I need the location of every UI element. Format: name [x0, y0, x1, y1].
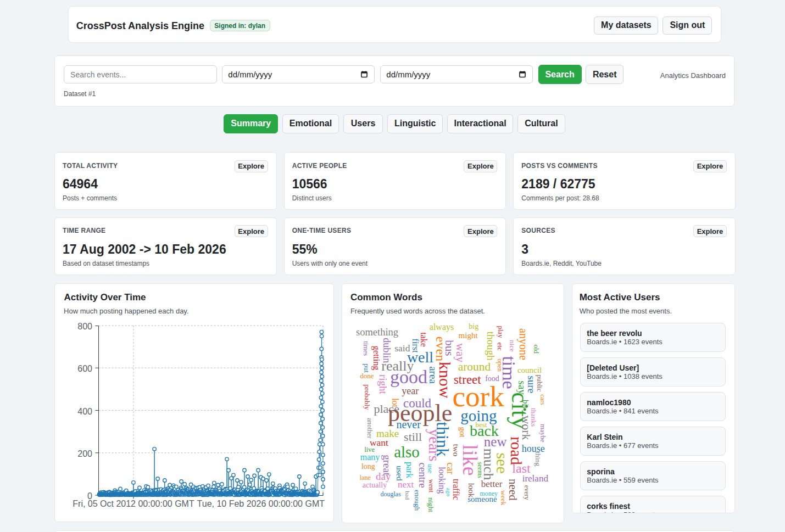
svg-text:great: great — [381, 455, 393, 476]
svg-text:though: though — [485, 332, 497, 361]
svg-text:play: play — [497, 326, 505, 338]
svg-text:seems: seems — [476, 462, 484, 478]
svg-text:dublin: dublin — [381, 338, 392, 363]
svg-text:way: way — [454, 343, 467, 362]
svg-text:Tue, 10 Feb 2026 00:00:00 GMT: Tue, 10 Feb 2026 00:00:00 GMT — [197, 499, 325, 508]
svg-text:money: money — [480, 490, 498, 497]
svg-text:cars: cars — [539, 394, 547, 405]
svg-text:better: better — [481, 479, 503, 489]
svg-text:getting: getting — [371, 346, 381, 370]
svg-text:many: many — [360, 452, 380, 462]
svg-text:make: make — [376, 428, 399, 439]
svg-text:Fri, 05 Oct 2012 00:00:00 GMT: Fri, 05 Oct 2012 00:00:00 GMT — [73, 499, 194, 508]
svg-text:always: always — [430, 322, 454, 332]
svg-text:might: might — [459, 331, 478, 340]
svg-text:douglas: douglas — [381, 490, 402, 498]
svg-text:used: used — [395, 466, 404, 481]
svg-text:maybe: maybe — [539, 424, 547, 443]
svg-text:200: 200 — [77, 449, 92, 458]
svg-text:night: night — [427, 497, 435, 512]
svg-text:another: another — [366, 418, 374, 439]
svg-text:look: look — [467, 483, 476, 497]
svg-text:bad: bad — [404, 491, 411, 500]
svg-text:done: done — [360, 372, 374, 380]
svg-text:every: every — [523, 485, 531, 500]
svg-text:year: year — [402, 385, 419, 396]
svg-text:looking: looking — [437, 467, 447, 494]
svg-text:two: two — [452, 444, 460, 457]
svg-text:put: put — [363, 363, 371, 373]
svg-text:old: old — [532, 344, 541, 354]
svg-text:actually: actually — [363, 481, 387, 489]
svg-text:need: need — [506, 479, 520, 501]
svg-text:still: still — [404, 430, 422, 444]
svg-text:long: long — [361, 462, 375, 471]
svg-text:park: park — [404, 462, 415, 479]
svg-text:got: got — [458, 427, 467, 438]
svg-text:centre: centre — [417, 462, 428, 488]
svg-text:thing: thing — [534, 452, 542, 467]
svg-text:600: 600 — [77, 364, 92, 373]
svg-text:never: never — [396, 418, 421, 430]
svg-text:public: public — [536, 374, 543, 392]
svg-text:anyone: anyone — [517, 328, 530, 360]
svg-text:first: first — [411, 339, 420, 353]
svg-text:enough: enough — [413, 490, 421, 511]
svg-text:lot: lot — [391, 398, 400, 407]
svg-text:nice: nice — [508, 340, 516, 352]
svg-text:400: 400 — [77, 407, 92, 416]
svg-text:something: something — [356, 327, 398, 338]
svg-text:years: years — [426, 429, 443, 461]
svg-text:time: time — [499, 356, 519, 389]
svg-text:lane: lane — [360, 474, 371, 481]
svg-text:take: take — [419, 332, 428, 347]
svg-text:800: 800 — [77, 322, 92, 331]
svg-text:good: good — [390, 367, 427, 387]
svg-text:probably: probably — [363, 384, 371, 410]
svg-text:new: new — [484, 434, 507, 449]
svg-text:council: council — [517, 366, 542, 374]
svg-text:right: right — [377, 374, 389, 395]
svg-text:traffic: traffic — [452, 479, 461, 500]
svg-text:big: big — [469, 322, 478, 331]
svg-text:etc: etc — [496, 342, 504, 350]
svg-text:know: know — [436, 362, 454, 399]
svg-text:ago: ago — [446, 488, 452, 496]
svg-text:times: times — [362, 341, 370, 356]
svg-text:next: next — [398, 479, 414, 490]
svg-text:also: also — [394, 443, 420, 461]
